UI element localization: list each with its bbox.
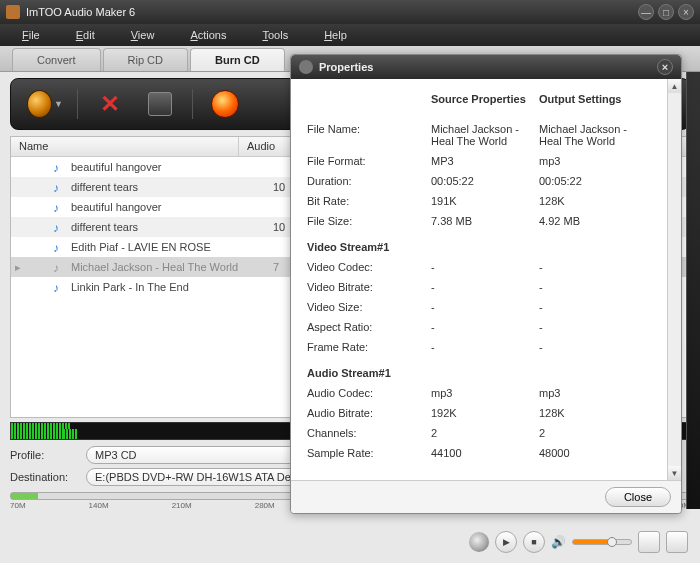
property-output: mp3 bbox=[539, 155, 647, 167]
property-label: Aspect Ratio: bbox=[307, 321, 431, 333]
burn-button[interactable] bbox=[207, 86, 243, 122]
property-row: File Format:MP3mp3 bbox=[307, 155, 665, 167]
ruler-tick: 210M bbox=[172, 501, 192, 510]
row-name: different tears bbox=[71, 221, 269, 233]
chevron-down-icon: ▼ bbox=[54, 99, 63, 109]
ruler-tick: 280M bbox=[255, 501, 275, 510]
property-output: 00:05:22 bbox=[539, 175, 647, 187]
app-icon bbox=[6, 5, 20, 19]
properties-body: Source Properties Output Settings File N… bbox=[291, 79, 681, 480]
scroll-up-icon[interactable]: ▲ bbox=[668, 79, 681, 93]
close-button[interactable]: Close bbox=[605, 487, 671, 507]
menu-edit[interactable]: Edit bbox=[58, 26, 113, 44]
close-window-button[interactable]: × bbox=[678, 4, 694, 20]
property-label: File Name: bbox=[307, 123, 431, 147]
property-source: 00:05:22 bbox=[431, 175, 539, 187]
menu-file[interactable]: File bbox=[4, 26, 58, 44]
property-label: File Format: bbox=[307, 155, 431, 167]
box-icon bbox=[148, 92, 172, 116]
property-source: - bbox=[431, 321, 539, 333]
music-note-icon: ♪ bbox=[53, 201, 65, 213]
x-icon: ✕ bbox=[100, 90, 120, 118]
property-row: Audio Bitrate:192K128K bbox=[307, 407, 665, 419]
player-controls: ▶ ■ 🔊 bbox=[469, 531, 688, 553]
row-name: different tears bbox=[71, 181, 269, 193]
property-label: File Size: bbox=[307, 215, 431, 227]
property-output: 128K bbox=[539, 195, 647, 207]
property-source: 44100 bbox=[431, 447, 539, 459]
scroll-down-icon[interactable]: ▼ bbox=[668, 466, 681, 480]
properties-close-x[interactable]: × bbox=[657, 59, 673, 75]
property-output: - bbox=[539, 281, 647, 293]
property-row: Video Bitrate:-- bbox=[307, 281, 665, 293]
row-name: beautiful hangover bbox=[71, 201, 269, 213]
clear-button[interactable] bbox=[142, 86, 178, 122]
property-output: 128K bbox=[539, 407, 647, 419]
property-label: Frame Rate: bbox=[307, 341, 431, 353]
music-note-icon: ♪ bbox=[53, 241, 65, 253]
tab-convert[interactable]: Convert bbox=[12, 48, 101, 71]
menu-help[interactable]: Help bbox=[306, 26, 365, 44]
row-audio: 7 bbox=[269, 261, 279, 273]
row-indicator: ▸ bbox=[11, 261, 25, 274]
property-row: Video Codec:-- bbox=[307, 261, 665, 273]
titlebar: ImTOO Audio Maker 6 — □ × bbox=[0, 0, 700, 24]
menu-view[interactable]: View bbox=[113, 26, 173, 44]
menu-tools[interactable]: Tools bbox=[244, 26, 306, 44]
audio-section-header: Audio Stream#1 bbox=[307, 367, 665, 379]
property-label: Duration: bbox=[307, 175, 431, 187]
separator bbox=[77, 89, 78, 119]
row-audio: 10 bbox=[269, 181, 285, 193]
row-name: Linkin Park - In The End bbox=[71, 281, 269, 293]
snapshot-button[interactable] bbox=[638, 531, 660, 553]
row-name: Edith Piaf - LAVIE EN ROSE bbox=[71, 241, 269, 253]
property-output: - bbox=[539, 261, 647, 273]
tab-burn-cd[interactable]: Burn CD bbox=[190, 48, 285, 71]
property-label: Video Size: bbox=[307, 301, 431, 313]
property-source: - bbox=[431, 341, 539, 353]
maximize-button[interactable]: □ bbox=[658, 4, 674, 20]
property-output: - bbox=[539, 341, 647, 353]
video-section-header: Video Stream#1 bbox=[307, 241, 665, 253]
play-button[interactable]: ▶ bbox=[495, 531, 517, 553]
stop-button[interactable]: ■ bbox=[523, 531, 545, 553]
side-panel-strip[interactable] bbox=[686, 72, 700, 509]
properties-scrollbar[interactable]: ▲ ▼ bbox=[667, 79, 681, 480]
destination-value: E:(PBDS DVD+-RW DH-16W1S ATA Device) bbox=[95, 471, 314, 483]
property-label: Channels: bbox=[307, 427, 431, 439]
menu-actions[interactable]: Actions bbox=[172, 26, 244, 44]
property-row: Video Size:-- bbox=[307, 301, 665, 313]
property-source: - bbox=[431, 301, 539, 313]
property-label: Sample Rate: bbox=[307, 447, 431, 459]
property-output: - bbox=[539, 301, 647, 313]
volume-icon: 🔊 bbox=[551, 535, 566, 549]
property-row: File Size:7.38 MB4.92 MB bbox=[307, 215, 665, 227]
disc-status-icon bbox=[469, 532, 489, 552]
separator bbox=[192, 89, 193, 119]
property-row: File Name:Michael Jackson - Heal The Wor… bbox=[307, 123, 665, 147]
properties-titlebar[interactable]: Properties × bbox=[291, 55, 681, 79]
minimize-button[interactable]: — bbox=[638, 4, 654, 20]
property-label: Video Bitrate: bbox=[307, 281, 431, 293]
volume-slider[interactable] bbox=[572, 539, 632, 545]
property-row: Bit Rate:191K128K bbox=[307, 195, 665, 207]
music-note-icon: ♪ bbox=[53, 181, 65, 193]
profile-label: Profile: bbox=[10, 449, 78, 461]
music-note-icon: ♪ bbox=[53, 161, 65, 173]
disc-icon bbox=[27, 90, 52, 118]
property-output: 2 bbox=[539, 427, 647, 439]
remove-button[interactable]: ✕ bbox=[92, 86, 128, 122]
property-row: Aspect Ratio:-- bbox=[307, 321, 665, 333]
profile-value: MP3 CD bbox=[95, 449, 137, 461]
property-source: mp3 bbox=[431, 387, 539, 399]
expand-button[interactable] bbox=[666, 531, 688, 553]
property-source: MP3 bbox=[431, 155, 539, 167]
music-note-icon: ♪ bbox=[53, 281, 65, 293]
property-label: Bit Rate: bbox=[307, 195, 431, 207]
add-disc-button[interactable]: ▼ bbox=[27, 86, 63, 122]
column-name[interactable]: Name bbox=[11, 137, 239, 156]
tab-rip-cd[interactable]: Rip CD bbox=[103, 48, 188, 71]
property-output: - bbox=[539, 321, 647, 333]
properties-dialog: Properties × Source Properties Output Se… bbox=[290, 54, 682, 514]
property-source: 7.38 MB bbox=[431, 215, 539, 227]
